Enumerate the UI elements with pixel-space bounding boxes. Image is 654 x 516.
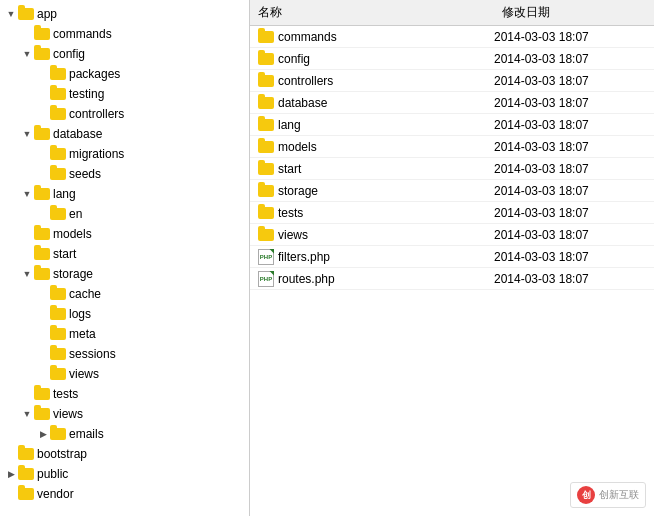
folder-icon-vws xyxy=(258,229,274,241)
tree-label-tests: tests xyxy=(53,387,78,401)
list-item-flt[interactable]: PHPfilters.php2014-03-03 18:07 xyxy=(250,246,654,268)
tree-item-app[interactable]: ▼app xyxy=(0,4,249,24)
tree-item-lang[interactable]: ▼lang xyxy=(0,184,249,204)
tree-item-migrations[interactable]: migrations xyxy=(0,144,249,164)
list-item-vws[interactable]: views2014-03-03 18:07 xyxy=(250,224,654,246)
collapse-btn-app[interactable]: ▼ xyxy=(4,7,18,21)
list-item-rts[interactable]: PHProutes.php2014-03-03 18:07 xyxy=(250,268,654,290)
folder-icon-views2 xyxy=(34,408,50,420)
tree-item-start[interactable]: start xyxy=(0,244,249,264)
collapse-btn-views2[interactable]: ▼ xyxy=(20,407,34,421)
expand-placeholder-models xyxy=(20,227,34,241)
list-label-vws: views xyxy=(278,228,308,242)
list-item-cmd[interactable]: commands2014-03-03 18:07 xyxy=(250,26,654,48)
tree-item-public[interactable]: ▶public xyxy=(0,464,249,484)
folder-icon-strt xyxy=(258,163,274,175)
list-item-name-db: database xyxy=(250,96,494,110)
tree-label-bootstrap: bootstrap xyxy=(37,447,87,461)
tree-item-storage[interactable]: ▼storage xyxy=(0,264,249,284)
folder-icon-cmd xyxy=(258,31,274,43)
expand-placeholder-testing xyxy=(36,87,50,101)
collapse-btn-storage[interactable]: ▼ xyxy=(20,267,34,281)
tree-item-seeds[interactable]: seeds xyxy=(0,164,249,184)
list-label-cfg: config xyxy=(278,52,310,66)
folder-icon-config xyxy=(34,48,50,60)
list-label-rts: routes.php xyxy=(278,272,335,286)
tree-item-tests[interactable]: tests xyxy=(0,384,249,404)
tree-label-public: public xyxy=(37,467,68,481)
folder-icon-sessions xyxy=(50,348,66,360)
list-date-ctrl: 2014-03-03 18:07 xyxy=(494,74,654,88)
tree-label-storage: storage xyxy=(53,267,93,281)
list-item-ctrl[interactable]: controllers2014-03-03 18:07 xyxy=(250,70,654,92)
tree-item-bootstrap[interactable]: bootstrap xyxy=(0,444,249,464)
list-item-name-lng: lang xyxy=(250,118,494,132)
collapse-btn-config[interactable]: ▼ xyxy=(20,47,34,61)
tree-label-app: app xyxy=(37,7,57,21)
folder-icon-models xyxy=(34,228,50,240)
tree-label-start: start xyxy=(53,247,76,261)
expand-btn-public[interactable]: ▶ xyxy=(4,467,18,481)
list-item-db[interactable]: database2014-03-03 18:07 xyxy=(250,92,654,114)
tree-label-logs: logs xyxy=(69,307,91,321)
watermark: 创 创新互联 xyxy=(570,482,646,508)
file-tree[interactable]: ▼appcommands▼configpackagestestingcontro… xyxy=(0,0,250,516)
folder-icon-db xyxy=(258,97,274,109)
list-label-stor: storage xyxy=(278,184,318,198)
folder-icon-storage xyxy=(34,268,50,280)
list-date-strt: 2014-03-03 18:07 xyxy=(494,162,654,176)
folder-icon-tst xyxy=(258,207,274,219)
folder-icon-vendor xyxy=(18,488,34,500)
tree-item-testing[interactable]: testing xyxy=(0,84,249,104)
list-label-lng: lang xyxy=(278,118,301,132)
list-item-tst[interactable]: tests2014-03-03 18:07 xyxy=(250,202,654,224)
collapse-btn-lang[interactable]: ▼ xyxy=(20,187,34,201)
tree-item-sessions[interactable]: sessions xyxy=(0,344,249,364)
php-icon-rts: PHP xyxy=(258,271,274,287)
tree-item-commands[interactable]: commands xyxy=(0,24,249,44)
list-item-name-strt: start xyxy=(250,162,494,176)
expand-placeholder-controllers xyxy=(36,107,50,121)
folder-icon-ctrl xyxy=(258,75,274,87)
tree-item-controllers[interactable]: controllers xyxy=(0,104,249,124)
tree-item-views2[interactable]: ▼views xyxy=(0,404,249,424)
list-item-lng[interactable]: lang2014-03-03 18:07 xyxy=(250,114,654,136)
tree-item-logs[interactable]: logs xyxy=(0,304,249,324)
tree-item-meta[interactable]: meta xyxy=(0,324,249,344)
tree-label-seeds: seeds xyxy=(69,167,101,181)
tree-item-views[interactable]: views xyxy=(0,364,249,384)
list-item-name-stor: storage xyxy=(250,184,494,198)
list-item-stor[interactable]: storage2014-03-03 18:07 xyxy=(250,180,654,202)
list-date-lng: 2014-03-03 18:07 xyxy=(494,118,654,132)
folder-icon-meta xyxy=(50,328,66,340)
expand-placeholder-start xyxy=(20,247,34,261)
list-item-cfg[interactable]: config2014-03-03 18:07 xyxy=(250,48,654,70)
list-item-name-rts: PHProutes.php xyxy=(250,271,494,287)
expand-btn-emails[interactable]: ▶ xyxy=(36,427,50,441)
tree-label-testing: testing xyxy=(69,87,104,101)
collapse-btn-database[interactable]: ▼ xyxy=(20,127,34,141)
list-date-rts: 2014-03-03 18:07 xyxy=(494,272,654,286)
folder-icon-mdl xyxy=(258,141,274,153)
tree-label-models: models xyxy=(53,227,92,241)
list-item-name-ctrl: controllers xyxy=(250,74,494,88)
tree-item-vendor[interactable]: vendor xyxy=(0,484,249,504)
folder-icon-migrations xyxy=(50,148,66,160)
folder-icon-cache xyxy=(50,288,66,300)
tree-item-emails[interactable]: ▶emails xyxy=(0,424,249,444)
tree-item-packages[interactable]: packages xyxy=(0,64,249,84)
tree-item-config[interactable]: ▼config xyxy=(0,44,249,64)
list-item-strt[interactable]: start2014-03-03 18:07 xyxy=(250,158,654,180)
tree-label-cache: cache xyxy=(69,287,101,301)
tree-label-meta: meta xyxy=(69,327,96,341)
list-item-mdl[interactable]: models2014-03-03 18:07 xyxy=(250,136,654,158)
folder-icon-lng xyxy=(258,119,274,131)
tree-item-database[interactable]: ▼database xyxy=(0,124,249,144)
list-date-cmd: 2014-03-03 18:07 xyxy=(494,30,654,44)
list-label-mdl: models xyxy=(278,140,317,154)
tree-item-cache[interactable]: cache xyxy=(0,284,249,304)
tree-item-models[interactable]: models xyxy=(0,224,249,244)
list-item-name-cmd: commands xyxy=(250,30,494,44)
expand-placeholder-bootstrap xyxy=(4,447,18,461)
tree-item-en[interactable]: en xyxy=(0,204,249,224)
